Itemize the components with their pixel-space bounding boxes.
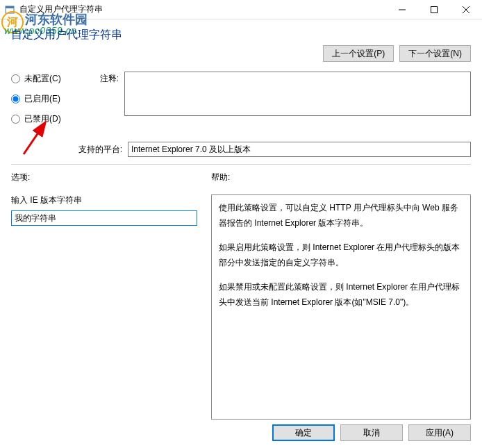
radio-not-configured-input[interactable] bbox=[11, 74, 20, 83]
radio-enabled-label: 已启用(E) bbox=[24, 93, 60, 105]
help-heading: 帮助: bbox=[211, 172, 230, 183]
svg-rect-3 bbox=[431, 6, 438, 13]
next-setting-button[interactable]: 下一个设置(N) bbox=[399, 45, 471, 62]
platform-field bbox=[128, 142, 471, 157]
window-title: 自定义用户代理字符串 bbox=[19, 3, 386, 15]
maximize-button[interactable] bbox=[418, 0, 450, 19]
close-button[interactable] bbox=[450, 0, 482, 19]
apply-button[interactable]: 应用(A) bbox=[408, 424, 471, 441]
radio-not-configured[interactable]: 未配置(C) bbox=[11, 73, 84, 85]
radio-enabled-input[interactable] bbox=[11, 94, 20, 103]
help-paragraph: 使用此策略设置，可以自定义 HTTP 用户代理标头中向 Web 服务器报告的 I… bbox=[219, 201, 463, 231]
radio-enabled[interactable]: 已启用(E) bbox=[11, 93, 84, 105]
ie-string-label: 输入 IE 版本字符串 bbox=[11, 194, 204, 206]
prev-setting-button[interactable]: 上一个设置(P) bbox=[323, 45, 394, 62]
ie-string-input[interactable] bbox=[11, 210, 197, 226]
minimize-button[interactable] bbox=[386, 0, 418, 19]
comment-textarea[interactable] bbox=[124, 72, 471, 116]
platform-label: 支持的平台: bbox=[11, 144, 128, 156]
comment-label: 注释: bbox=[84, 72, 124, 85]
cancel-button[interactable]: 取消 bbox=[340, 424, 403, 441]
divider bbox=[11, 164, 471, 165]
titlebar: 自定义用户代理字符串 bbox=[0, 0, 482, 19]
radio-disabled-input[interactable] bbox=[11, 115, 20, 124]
help-textbox[interactable]: 使用此策略设置，可以自定义 HTTP 用户代理标头中向 Web 服务器报告的 I… bbox=[211, 194, 471, 420]
app-icon bbox=[4, 4, 15, 15]
radio-disabled-label: 已禁用(D) bbox=[24, 113, 61, 125]
help-paragraph: 如果启用此策略设置，则 Internet Explorer 在用户代理标头的版本… bbox=[219, 240, 463, 270]
radio-disabled[interactable]: 已禁用(D) bbox=[11, 113, 84, 125]
ok-button[interactable]: 确定 bbox=[272, 424, 335, 441]
page-title: 自定义用户代理字符串 bbox=[11, 28, 471, 42]
help-paragraph: 如果禁用或未配置此策略设置，则 Internet Explorer 在用户代理标… bbox=[219, 280, 463, 310]
svg-rect-1 bbox=[6, 6, 14, 8]
options-heading: 选项: bbox=[11, 172, 211, 183]
radio-not-configured-label: 未配置(C) bbox=[24, 73, 61, 85]
